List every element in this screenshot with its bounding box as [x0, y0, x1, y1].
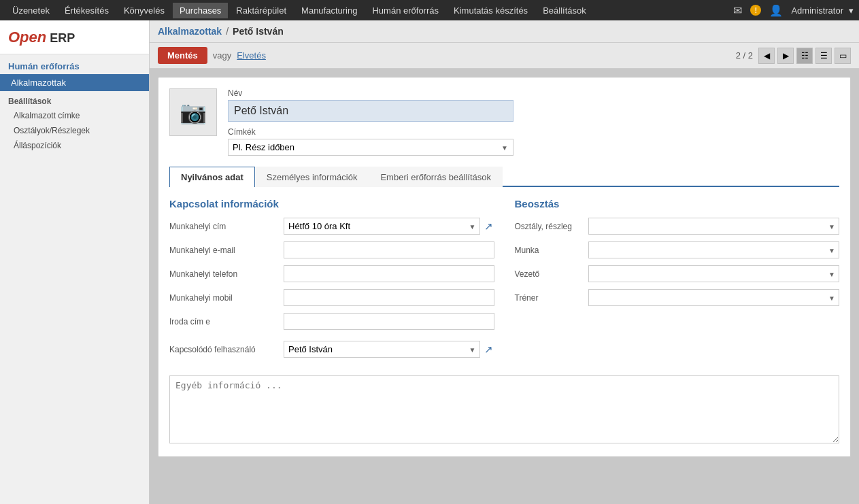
admin-label[interactable]: Administrator: [791, 5, 843, 16]
action-bar: Mentés vagy Elvetés 2 / 2 ◀ ▶ ☷ ☰ ▭: [150, 43, 859, 69]
tab-nyilvanos[interactable]: Nyilvános adat: [169, 167, 255, 187]
kapcsolodo-felhasznalo-select[interactable]: Pető István: [284, 341, 480, 358]
tabs-bar: Nyilvános adat Személyes információk Emb…: [169, 167, 839, 187]
notes-section: [169, 375, 839, 446]
label-munkahelyi-mobil: Munkahelyi mobil: [169, 293, 278, 303]
user-icon[interactable]: 👤: [767, 3, 786, 18]
name-fields: Név Címkék Pl. Rész időben: [228, 88, 839, 156]
form-view-button[interactable]: ▭: [835, 48, 851, 64]
sidebar-item-osztalyok[interactable]: Osztályok/Részlegek: [0, 123, 149, 138]
row-kapcsolodo-felhasznalo: Kapcsolódó felhasználó Pető István ↗: [169, 341, 494, 358]
trener-select[interactable]: [588, 289, 840, 306]
form-container: 📷 Név Címkék Pl. Rész időben: [150, 69, 859, 504]
row-munkahelyi-telefon: Munkahelyi telefon: [169, 265, 494, 282]
munka-select-wrapper: [588, 241, 840, 258]
munkahelyi-cim-link-button[interactable]: ↗: [483, 220, 494, 233]
action-bar-right: 2 / 2 ◀ ▶ ☷ ☰ ▭: [736, 48, 851, 64]
admin-dropdown-arrow[interactable]: ▾: [849, 5, 854, 16]
content-area: Alkalmazottak / Pető István Mentés vagy …: [150, 20, 859, 504]
nav-counter: 2 / 2: [736, 50, 753, 61]
notes-textarea[interactable]: [169, 375, 839, 443]
munkahelyi-cim-field: Hétfő 10 óra Kft ↗: [284, 218, 494, 235]
main-layout: Open ERP Humán erőforrás Alkalmazottak B…: [0, 20, 859, 504]
nav-raktar[interactable]: Raktárépület: [229, 3, 293, 18]
card-view-button[interactable]: ☷: [796, 48, 813, 64]
sidebar: Open ERP Humán erőforrás Alkalmazottak B…: [0, 20, 150, 504]
prev-record-button[interactable]: ◀: [758, 48, 775, 64]
logo: Open ERP: [0, 20, 149, 54]
list-view-button[interactable]: ☰: [815, 48, 832, 64]
nav-ertekesites[interactable]: Értékesítés: [58, 3, 116, 18]
nav-uzenetek[interactable]: Üzenetek: [5, 3, 56, 18]
tab-emberi[interactable]: Emberi erőforrás beállítások: [369, 167, 503, 187]
vezeto-select-wrapper: [588, 265, 840, 282]
nav-manufacturing[interactable]: Manufacturing: [294, 3, 364, 18]
form-left-col: Kapcsolat információk Munkahelyi cím Hét…: [169, 198, 494, 365]
row-vezeto: Vezető: [515, 265, 840, 282]
breadcrumb-bar: Alkalmazottak / Pető István: [150, 20, 859, 43]
action-or-label: vagy: [213, 50, 231, 61]
munkahelyi-cim-select-wrapper: Hétfő 10 óra Kft: [284, 218, 480, 235]
right-section-title: Beosztás: [515, 198, 840, 209]
row-munka: Munka: [515, 241, 840, 258]
munkahelyi-cim-select[interactable]: Hétfő 10 óra Kft: [284, 218, 480, 235]
left-section-title: Kapcsolat információk: [169, 198, 494, 209]
kapcsolodo-felhasznalo-field: Pető István ↗: [284, 341, 494, 358]
form-right-col: Beosztás Osztály, részleg: [515, 198, 840, 365]
breadcrumb-current: Pető István: [233, 26, 284, 37]
tab-szemelyes[interactable]: Személyes információk: [255, 167, 369, 187]
sidebar-section-beallitasok: Beállítások: [0, 91, 149, 108]
row-munkahelyi-mobil: Munkahelyi mobil: [169, 289, 494, 306]
row-osztaly: Osztály, részleg: [515, 218, 840, 235]
tags-select[interactable]: Pl. Rész időben: [228, 139, 513, 156]
notification-badge[interactable]: !: [750, 5, 761, 16]
discard-button[interactable]: Elvetés: [237, 50, 266, 61]
kapcsolodo-felhasznalo-select-wrapper: Pető István: [284, 341, 480, 358]
sidebar-item-alkalmazott-cimke[interactable]: Alkalmazott címke: [0, 108, 149, 123]
save-button[interactable]: Mentés: [158, 47, 207, 64]
camera-icon: 📷: [180, 99, 207, 125]
mail-icon[interactable]: ✉: [730, 3, 745, 18]
logo-text: Open ERP: [8, 29, 75, 46]
label-iroda-cim: Iroda cím e: [169, 317, 278, 326]
row-munkahelyi-email: Munkahelyi e-mail: [169, 241, 494, 258]
name-input[interactable]: [228, 100, 513, 122]
top-navigation: Üzenetek Értékesítés Könyvelés Purchases…: [0, 0, 859, 20]
munka-select[interactable]: [588, 241, 840, 258]
label-munkahelyi-cim: Munkahelyi cím: [169, 222, 278, 231]
name-section: 📷 Név Címkék Pl. Rész időben: [169, 88, 839, 156]
form-card: 📷 Név Címkék Pl. Rész időben: [158, 77, 851, 457]
label-vezeto: Vezető: [515, 269, 583, 279]
label-kapcsolodo-felhasznalo: Kapcsolódó felhasználó: [169, 345, 278, 354]
form-two-col: Kapcsolat információk Munkahelyi cím Hét…: [169, 198, 839, 365]
name-label: Név: [228, 88, 839, 98]
label-osztaly: Osztály, részleg: [515, 222, 583, 231]
munkahelyi-telefon-input[interactable]: [284, 265, 494, 282]
row-iroda-cim: Iroda cím e: [169, 313, 494, 330]
row-munkahelyi-cim: Munkahelyi cím Hétfő 10 óra Kft ↗: [169, 218, 494, 235]
label-trener: Tréner: [515, 293, 583, 303]
nav-beallitasok[interactable]: Beállítások: [536, 3, 593, 18]
avatar[interactable]: 📷: [169, 88, 217, 136]
vezeto-select[interactable]: [588, 265, 840, 282]
label-munkahelyi-telefon: Munkahelyi telefon: [169, 269, 278, 279]
sidebar-item-alkalmazottak[interactable]: Alkalmazottak: [0, 74, 149, 91]
trener-select-wrapper: [588, 289, 840, 306]
breadcrumb-separator: /: [226, 26, 229, 37]
sidebar-section-human: Humán erőforrás: [0, 54, 149, 74]
tags-label: Címkék: [228, 127, 839, 137]
iroda-cim-input[interactable]: [284, 313, 494, 330]
munkahelyi-mobil-input[interactable]: [284, 289, 494, 306]
nav-human[interactable]: Humán erőforrás: [365, 3, 445, 18]
label-munka: Munka: [515, 246, 583, 255]
nav-purchases[interactable]: Purchases: [173, 3, 228, 18]
osztaly-select-wrapper: [588, 218, 840, 235]
kapcsolodo-link-button[interactable]: ↗: [483, 343, 494, 356]
breadcrumb-parent[interactable]: Alkalmazottak: [158, 26, 222, 37]
osztaly-select[interactable]: [588, 218, 840, 235]
munkahelyi-email-input[interactable]: [284, 241, 494, 258]
nav-kimutatas[interactable]: Kimutatás készítés: [447, 3, 535, 18]
next-record-button[interactable]: ▶: [777, 48, 794, 64]
nav-konyv[interactable]: Könyvelés: [117, 3, 171, 18]
sidebar-item-allaspoziciok[interactable]: Álláspozíciók: [0, 138, 149, 153]
